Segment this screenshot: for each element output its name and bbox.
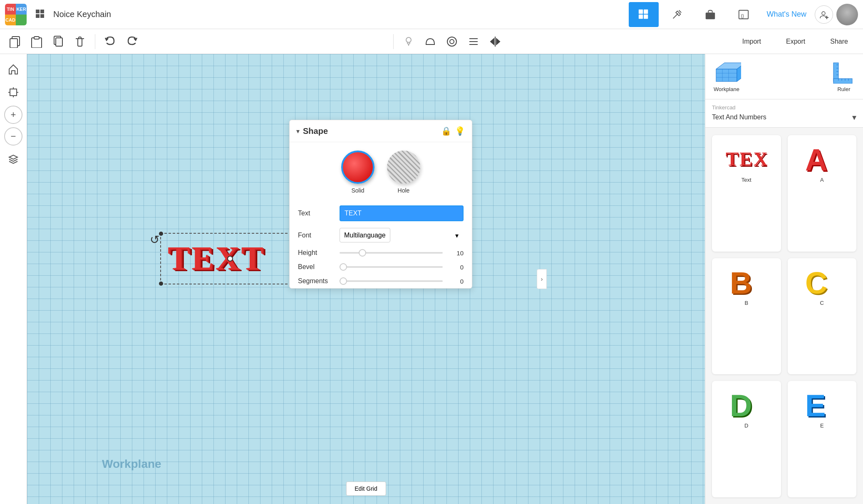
panel-lock-button[interactable]: 🔒 (441, 126, 451, 136)
grid-view-icon (638, 9, 650, 20)
3d-view-button[interactable] (629, 2, 659, 27)
duplicate-button[interactable] (48, 32, 68, 52)
hole-option[interactable]: Hole (387, 151, 420, 194)
import-button[interactable]: Import (732, 35, 771, 49)
redo-button[interactable] (122, 32, 142, 52)
ruler-button[interactable]: Ruler (831, 61, 856, 92)
paste-button[interactable] (27, 32, 47, 52)
menu-button[interactable] (33, 7, 47, 22)
height-slider[interactable] (340, 252, 443, 254)
svg-rect-20 (56, 38, 62, 46)
shape-card-c[interactable]: C C C (788, 258, 857, 375)
text-shape-object[interactable]: TEXT TEXT TEXT (160, 233, 300, 284)
svg-rect-2 (36, 14, 40, 18)
light-off-button[interactable] (399, 32, 419, 52)
shape-img-e: E E (801, 386, 843, 419)
text-field-label: Text (298, 210, 335, 217)
shape-card-text[interactable]: TEXT TEXT Text (712, 135, 781, 252)
projects-button[interactable] (695, 2, 725, 27)
shape-card-a[interactable]: A A A (788, 135, 857, 252)
solid-option[interactable]: Solid (341, 151, 374, 194)
segments-field-label: Segments (298, 277, 335, 285)
shape-card-a-label: A (820, 177, 824, 183)
category-name-label: Text And Numbers (712, 114, 766, 121)
home-icon (7, 63, 19, 75)
b-shape-preview: B B (730, 263, 763, 296)
layers-button[interactable] (3, 149, 23, 169)
add-user-button[interactable] (815, 5, 833, 24)
whats-new-button[interactable]: What's New (762, 7, 811, 22)
canvas-area[interactable]: TOP Workplane ↺ TEXT TEXT TEXT (27, 54, 705, 504)
edit-grid-button[interactable]: Edit Grid (346, 482, 386, 496)
c-shape-preview: C C (805, 263, 838, 296)
shape-card-e-label: E (820, 422, 824, 429)
paste-icon (30, 35, 43, 48)
corner-handle-tl[interactable] (159, 232, 163, 236)
height-value: 10 (447, 250, 464, 257)
e-shape-preview: E E (805, 386, 838, 419)
zoom-in-button[interactable]: + (4, 106, 22, 124)
share-button[interactable]: Share (820, 35, 858, 49)
export-button[interactable]: Export (776, 35, 815, 49)
workplane-button[interactable]: Workplane (712, 61, 741, 92)
shape-img-b: B B (726, 263, 767, 296)
shape-card-e[interactable]: E E E (788, 381, 857, 497)
logo-cad2 (16, 15, 27, 25)
font-select[interactable]: Multilanguage (340, 228, 390, 242)
camera-icon (446, 35, 458, 48)
zoom-out-button[interactable]: − (4, 127, 22, 146)
d-shape-preview: D D (730, 386, 763, 419)
shapes-grid: TEXT TEXT Text A A A (705, 128, 863, 504)
trash-icon (74, 35, 86, 48)
svg-line-8 (679, 10, 681, 12)
delete-button[interactable] (70, 32, 90, 52)
category-select-row: Text And Numbers ▾ (712, 112, 856, 122)
code-button[interactable]: {} (729, 2, 759, 27)
rotate-handle[interactable]: ↺ (150, 233, 159, 247)
shape-img-a: A A (801, 140, 843, 173)
shape-card-c-label: C (820, 300, 824, 306)
undo-button[interactable] (100, 32, 120, 52)
svg-text:D: D (730, 388, 752, 419)
mirror-button[interactable] (485, 32, 505, 52)
center-handle[interactable] (227, 256, 233, 262)
panel-light-button[interactable]: 💡 (455, 126, 465, 136)
text-field-input[interactable] (340, 205, 464, 221)
main-area: + − TOP Workplane ↺ (0, 54, 863, 504)
segments-slider[interactable] (340, 280, 443, 282)
segments-value: 0 (447, 278, 464, 285)
shape-card-d[interactable]: D D D (712, 381, 781, 497)
copy-button[interactable] (5, 32, 25, 52)
svg-rect-6 (638, 15, 642, 19)
tools-button[interactable] (662, 2, 692, 27)
svg-rect-4 (638, 9, 642, 13)
home-button[interactable] (3, 59, 23, 79)
svg-text:TEXT: TEXT (726, 148, 767, 170)
shape-type-options: Solid Hole (290, 142, 472, 202)
corner-handle-bl[interactable] (159, 282, 163, 286)
add-user-icon (819, 10, 828, 19)
shape-card-b-label: B (744, 300, 748, 306)
collapse-right-panel-button[interactable]: › (537, 269, 547, 289)
svg-point-21 (406, 37, 411, 42)
align-button[interactable] (464, 32, 484, 52)
text-shape-preview: TEXT TEXT (726, 140, 767, 173)
svg-rect-18 (34, 37, 39, 39)
svg-text:TEXT: TEXT (168, 240, 265, 277)
right-panel-top: Workplane Ruler (705, 54, 863, 99)
svg-rect-7 (644, 15, 648, 19)
briefcase-icon (704, 9, 716, 20)
tinkercad-logo[interactable]: TIN KER CAD (5, 4, 27, 25)
fit-button[interactable] (3, 82, 23, 102)
panel-toggle-button[interactable]: ▾ (296, 127, 300, 135)
workplane-text-label: Workplane (102, 457, 161, 471)
perspective-button[interactable] (420, 32, 440, 52)
category-dropdown-button[interactable]: ▾ (852, 112, 856, 122)
shape-card-b[interactable]: B B B (712, 258, 781, 375)
bevel-slider[interactable] (340, 266, 443, 268)
avatar[interactable] (836, 4, 858, 25)
camera-button[interactable] (442, 32, 462, 52)
svg-rect-9 (705, 12, 714, 19)
layers-icon (7, 153, 19, 165)
shape-img-text: TEXT TEXT (726, 140, 767, 173)
